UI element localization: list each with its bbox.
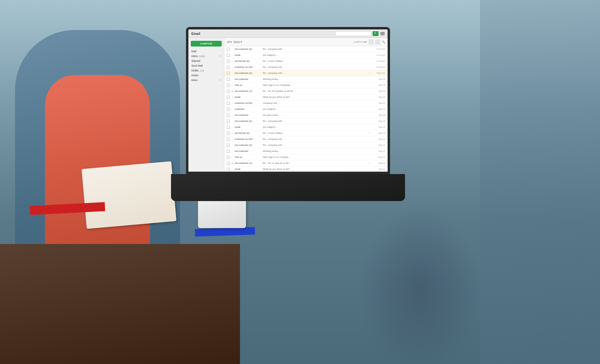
email-sender: me.friends (6): [235, 132, 262, 134]
email-star[interactable]: ★: [231, 162, 233, 165]
email-checkbox[interactable]: [227, 96, 230, 99]
email-star[interactable]: ★: [231, 90, 233, 93]
email-checkbox[interactable]: [227, 150, 230, 153]
email-row[interactable]: ☆ customer no.249 Re : company info ... …: [224, 136, 388, 142]
email-star[interactable]: ☆: [231, 108, 233, 111]
nav-next-button[interactable]: ›: [375, 40, 380, 44]
sidebar-item-mail[interactable]: Mail: [188, 49, 224, 54]
email-checkbox[interactable]: [227, 120, 230, 123]
email-checkbox[interactable]: [227, 162, 230, 165]
email-row[interactable]: ☆ Join us New Sign-in on Computer ... Se…: [224, 82, 388, 88]
email-time: Aug 21: [372, 156, 385, 158]
email-row[interactable]: ☆ customer (no subject) ... Sep 21: [224, 106, 388, 112]
sidebar-mail-label: Mail: [191, 50, 196, 53]
email-row[interactable]: ☆ me.customer (2) Re : company info ... …: [224, 118, 388, 124]
email-checkbox[interactable]: [227, 90, 230, 93]
email-star[interactable]: ☆: [231, 66, 233, 69]
search-input[interactable]: [335, 31, 371, 36]
email-star[interactable]: ☆: [231, 168, 233, 171]
email-time: Sep 24: [372, 78, 385, 80]
email-row[interactable]: ★ me.customer (1) Re : On 11 Sep at 11:0…: [224, 160, 388, 166]
sidebar-item-sent-mail[interactable]: Sent Mail: [188, 63, 224, 68]
sidebar-item-starred[interactable]: Starred: [188, 59, 224, 63]
email-time: 10:30 am: [372, 66, 385, 68]
email-star[interactable]: ☆: [231, 102, 233, 105]
sidebar-item-notes[interactable]: Notes: [188, 73, 224, 78]
email-star[interactable]: ☆: [231, 114, 233, 117]
email-row[interactable]: ☆ me.customer (2) Re : company info ... …: [224, 46, 388, 52]
sidebar-label: Inbox (169): [191, 55, 205, 58]
email-checkbox[interactable]: [227, 78, 230, 81]
email-row[interactable]: ★ me.customer (1) Re : On 23 October at …: [224, 88, 388, 94]
email-row[interactable]: ☆ me.customer (2) Re : company info ... …: [224, 142, 388, 148]
email-star[interactable]: ☆: [231, 126, 233, 129]
email-row[interactable]: ☆ email (no subject) ... 11:15 pm: [224, 52, 388, 58]
email-star[interactable]: ☆: [231, 156, 233, 159]
nav-prev-button[interactable]: ‹: [369, 40, 374, 44]
email-time: 11:27 pm: [372, 48, 385, 50]
email-checkbox[interactable]: [227, 144, 230, 147]
titlebar-controls: 🔍: [335, 31, 385, 36]
email-checkbox[interactable]: [227, 72, 230, 75]
email-time: Sep 23: [372, 90, 385, 92]
email-star[interactable]: ☆: [231, 60, 233, 63]
email-subject: Re : company info ...: [263, 66, 370, 68]
email-star[interactable]: ☆: [231, 84, 233, 87]
chevron-down-icon-more: ▾: [241, 41, 242, 44]
email-time: Sep 13: [372, 132, 385, 134]
hamburger-menu[interactable]: [380, 32, 385, 35]
email-row[interactable]: ☆ me.customer (2) Re : company info ... …: [224, 70, 388, 76]
email-star[interactable]: ☆: [231, 72, 233, 75]
email-star[interactable]: ☆: [231, 120, 233, 123]
email-sender: Join us: [235, 156, 262, 158]
email-checkbox[interactable]: [227, 60, 230, 63]
sidebar-item-drafts[interactable]: Drafts (10): [188, 68, 224, 73]
email-time: Sep 18: [372, 114, 385, 116]
email-checkbox[interactable]: [227, 156, 230, 159]
email-subject: Re : company info ...: [263, 48, 370, 50]
email-row[interactable]: ☆ email What do you think so far? ... Se…: [224, 94, 388, 100]
email-row[interactable]: ☆ me.friends (6) Re : 2 new notifica ...…: [224, 130, 388, 136]
email-row[interactable]: ☆ me.customer Meeting today ... Sep 24: [224, 76, 388, 82]
filter-more-button[interactable]: More ▾: [234, 41, 242, 44]
email-checkbox[interactable]: [227, 102, 230, 105]
email-star[interactable]: ☆: [231, 96, 233, 99]
email-checkbox[interactable]: [227, 132, 230, 135]
email-row[interactable]: ☆ customer no.001 company info ... Sep 2…: [224, 100, 388, 106]
email-checkbox[interactable]: [227, 168, 230, 171]
email-checkbox[interactable]: [227, 138, 230, 141]
sidebar-item-more[interactable]: More ▾: [188, 78, 224, 83]
email-checkbox[interactable]: [227, 114, 230, 117]
email-checkbox[interactable]: [227, 48, 230, 51]
email-checkbox[interactable]: [227, 126, 230, 129]
email-checkbox[interactable]: [227, 54, 230, 57]
table-surface: [0, 244, 240, 364]
email-star[interactable]: ☆: [231, 132, 233, 135]
search-button[interactable]: 🔍: [373, 31, 379, 36]
search-toolbar-icon[interactable]: 🔍: [382, 41, 385, 44]
email-row[interactable]: ☆ me.friends (6) Re : 2 new notifica ...…: [224, 58, 388, 64]
email-list: ☆ me.customer (2) Re : company info ... …: [224, 46, 388, 172]
email-row[interactable]: ☆ customer no.249 Re : company info ... …: [224, 64, 388, 70]
email-star[interactable]: ☆: [231, 138, 233, 141]
email-star[interactable]: ☆: [231, 78, 233, 81]
email-row[interactable]: ☆ email What do you think so far? ... Au…: [224, 166, 388, 172]
email-time: Sep 22: [372, 102, 385, 104]
email-subject: Meeting today ...: [263, 150, 370, 152]
email-app: Email 🔍 COMPOSE: [188, 29, 388, 172]
email-star[interactable]: ☆: [231, 150, 233, 153]
email-checkbox[interactable]: [227, 84, 230, 87]
email-row[interactable]: ☆ email (no subject) ... Sep 15: [224, 124, 388, 130]
filter-all-button[interactable]: All ▾: [227, 41, 232, 44]
email-star[interactable]: ☆: [231, 48, 233, 51]
email-star[interactable]: ☆: [231, 54, 233, 57]
email-checkbox[interactable]: [227, 108, 230, 111]
sidebar-item-inbox[interactable]: Inbox (169) ▾: [188, 54, 224, 59]
email-star[interactable]: ☆: [231, 144, 233, 147]
email-row[interactable]: ☆ Join us New Sign-in on Comput... Aug 2…: [224, 154, 388, 160]
email-checkbox[interactable]: [227, 66, 230, 69]
compose-button[interactable]: COMPOSE: [191, 41, 222, 47]
email-row[interactable]: ☆ me.customer we want some ... Sep 18: [224, 112, 388, 118]
email-subject: Re : On 11 Sep at 11:00 ...: [263, 162, 368, 164]
email-row[interactable]: ☆ me.customer Meeting today ... Aug 27: [224, 148, 388, 154]
